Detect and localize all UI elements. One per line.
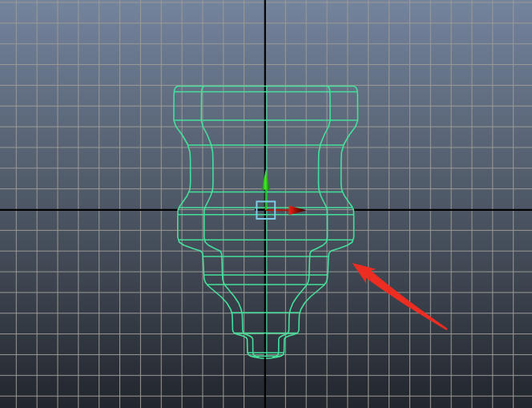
3d-viewport[interactable] bbox=[0, 0, 532, 408]
annotation-arrow-icon bbox=[347, 256, 452, 337]
translate-y-arrowhead-icon[interactable] bbox=[262, 170, 270, 190]
viewport-canvas[interactable] bbox=[0, 0, 532, 408]
translate-x-arrowhead-icon[interactable] bbox=[289, 205, 307, 215]
